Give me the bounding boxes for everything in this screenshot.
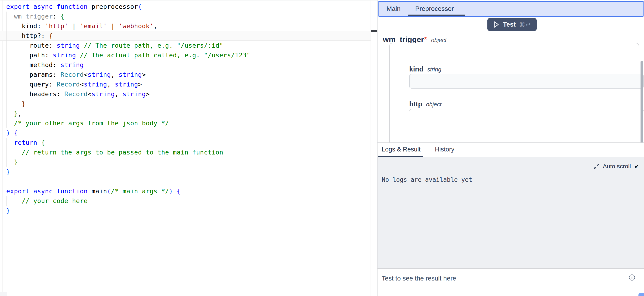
logs-section: Logs & Result History Auto scroll ✔ No l…	[378, 142, 644, 296]
root-arg-name: wm_trigger	[383, 35, 424, 44]
wm-trigger-card: kindstring httpobject routestring $	[389, 43, 639, 142]
code-line: return {	[0, 138, 370, 148]
code-text: export async function preprocessor( wm_t…	[0, 2, 370, 216]
editor-corner	[0, 292, 7, 296]
http-name: http	[409, 100, 422, 108]
overview-ruler-line	[370, 0, 371, 296]
code-line: // your code here	[0, 196, 370, 206]
active-tab-underline	[408, 14, 465, 16]
code-line: http?: {	[0, 31, 370, 41]
code-line: export async function preprocessor(	[0, 2, 370, 12]
code-line: method: string	[0, 60, 370, 70]
code-line: ) {	[0, 128, 370, 138]
code-editor[interactable]: export async function preprocessor( wm_t…	[0, 0, 377, 296]
test-button[interactable]: Test ⌘↵	[488, 18, 537, 31]
logs-output-area: Auto scroll ✔ No logs are available yet	[378, 157, 644, 268]
http-card: routestring $ pathstring	[409, 109, 644, 142]
tab-main[interactable]: Main	[386, 2, 401, 16]
run-preview-panel: Main Preprocessor Test ⌘↵ wm_trigger*obj…	[378, 0, 644, 296]
result-section: Test to see the result here	[378, 268, 644, 296]
logs-tabbar: Logs & Result History	[378, 143, 644, 157]
logs-empty-message: No logs are available yet	[382, 176, 472, 183]
code-line: route: string // The route path, e.g. "/…	[0, 41, 370, 50]
code-line: }	[0, 157, 370, 167]
checkmark-icon: ✔	[634, 163, 639, 170]
code-line: // return the args to be passed to the m…	[0, 148, 370, 157]
test-shortcut: ⌘↵	[519, 21, 531, 28]
code-line: /* your other args from the json body */	[0, 118, 370, 128]
http-field-label: httpobject	[409, 100, 441, 108]
code-line: }	[0, 167, 370, 177]
info-icon[interactable]	[629, 274, 635, 282]
floating-assistant-corner[interactable]	[638, 293, 644, 296]
test-button-label: Test	[503, 21, 516, 28]
code-line: }	[0, 206, 370, 216]
schema-form: wm_trigger*object kindstring httpobject …	[378, 31, 644, 142]
tab-preprocessor[interactable]: Preprocessor	[415, 2, 454, 16]
required-asterisk: *	[424, 35, 427, 44]
tab-logs-result[interactable]: Logs & Result	[382, 143, 420, 156]
kind-type: string	[427, 66, 441, 72]
function-tabbar: Main Preprocessor	[378, 1, 644, 17]
code-line: wm_trigger: {	[0, 12, 370, 21]
root-arg-type: object	[431, 37, 447, 43]
cursor-position-marker	[371, 30, 377, 32]
code-line: kind: 'http' | 'email' | 'webhook',	[0, 21, 370, 31]
auto-scroll-toggle[interactable]: Auto scroll ✔	[594, 163, 639, 170]
http-type: object	[426, 101, 442, 108]
expand-icon[interactable]	[594, 164, 600, 170]
auto-scroll-label: Auto scroll	[603, 163, 631, 170]
code-line: query: Record<string, string>	[0, 80, 370, 89]
code-line: export async function main(/* main args …	[0, 186, 370, 196]
code-line	[0, 177, 370, 186]
code-line: },	[0, 109, 370, 118]
windmill-script-editor: export async function preprocessor( wm_t…	[0, 0, 644, 296]
play-icon	[493, 20, 500, 28]
result-hint: Test to see the result here	[382, 275, 456, 282]
code-line: headers: Record<string, string>	[0, 89, 370, 99]
kind-field-label: kindstring	[409, 65, 441, 73]
kind-input[interactable]	[409, 74, 644, 88]
kind-name: kind	[409, 65, 424, 73]
tab-history[interactable]: History	[435, 143, 454, 156]
code-line: params: Record<string, string>	[0, 70, 370, 80]
code-line: }	[0, 99, 370, 109]
code-line: path: string // The actual path called, …	[0, 50, 370, 60]
